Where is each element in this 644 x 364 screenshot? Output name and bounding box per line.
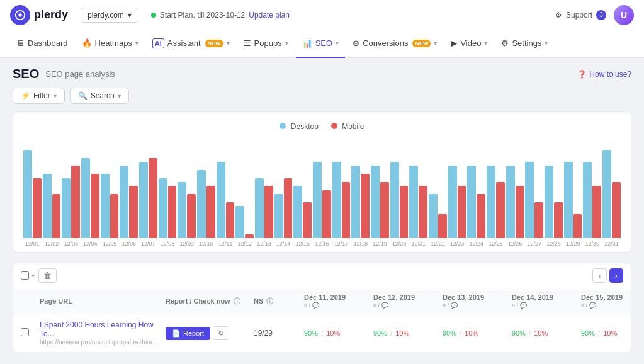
row-date-1: 90% / 10% [304, 329, 373, 337]
nav-item-popups[interactable]: ☰ Popups ▾ [237, 30, 295, 58]
legend-mobile: Mobile [331, 122, 364, 131]
bar-mobile [380, 182, 389, 238]
chart-col [429, 194, 447, 238]
topbar-right: ⚙ Support 3 U [555, 5, 634, 25]
chevron-down-icon: ▾ [434, 40, 437, 47]
col-ns-header: NS ⓘ [254, 297, 304, 306]
chart-x-label: 12/12 [235, 241, 254, 247]
chevron-down-icon: ▾ [484, 40, 487, 47]
support-gear-icon: ⚙ [555, 11, 562, 20]
chart-col [506, 166, 524, 238]
chevron-down-icon: ▾ [545, 40, 548, 47]
col-date-1: Dec 11, 2019 0 / 💬 [304, 293, 373, 309]
chart-x-label: 12/20 [390, 241, 409, 247]
bar-desktop [62, 178, 71, 238]
bar-desktop [217, 162, 225, 238]
chevron-down-icon: ▾ [227, 40, 230, 47]
bar-mobile [52, 194, 61, 238]
bar-mobile [400, 186, 409, 238]
nav-item-video[interactable]: ▶ Video ▾ [444, 30, 494, 58]
domain-value: plerdy.com [88, 11, 124, 20]
nav-item-seo[interactable]: 📊 SEO ▾ [296, 30, 345, 58]
col-date-2: Dec 12, 2019 0 / 💬 [373, 293, 443, 309]
bar-desktop [429, 194, 438, 238]
row-checkbox[interactable] [21, 328, 29, 336]
how-to-use-link[interactable]: ❓ How to use? [577, 70, 631, 79]
chart-x-label: 12/09 [178, 241, 196, 247]
avatar[interactable]: U [614, 5, 634, 25]
table-toolbar: ▾ 🗑 ‹ › [13, 263, 631, 288]
chart-x-label: 12/31 [602, 241, 621, 247]
report-label: Report [183, 329, 204, 337]
chart-col [43, 174, 61, 238]
bar-desktop [313, 162, 322, 238]
checkbox-chevron[interactable]: ▾ [31, 272, 35, 279]
bar-desktop [564, 162, 573, 238]
next-page-button[interactable]: › [609, 268, 623, 283]
bar-desktop [583, 162, 592, 238]
chart-col [564, 162, 582, 238]
chevron-down-icon: ▾ [118, 93, 121, 100]
bar-desktop [293, 186, 302, 238]
bar-desktop [235, 206, 244, 238]
bar-mobile [264, 186, 273, 238]
chart-col [62, 166, 80, 238]
bar-desktop [525, 162, 534, 238]
bar-desktop [545, 166, 553, 238]
delete-button[interactable]: 🗑 [38, 268, 57, 283]
how-to-use-label: How to use? [589, 70, 631, 79]
topbar: plerdy plerdy.com ▾ Start Plan, till 202… [0, 0, 644, 30]
prev-page-button[interactable]: ‹ [592, 268, 606, 283]
conversions-new-badge: NEW [412, 40, 431, 47]
search-button[interactable]: 🔍 Search ▾ [70, 88, 129, 104]
video-icon: ▶ [451, 38, 457, 48]
desktop-legend-dot [280, 123, 286, 129]
chart-col [235, 206, 254, 238]
bar-mobile [226, 202, 235, 238]
row-report-cell: 📄 Report ↻ [166, 326, 254, 340]
chart-col [448, 166, 466, 238]
filter-button[interactable]: ⚡ Filter ▾ [13, 88, 65, 104]
col-url-header: Page URL [40, 297, 166, 305]
chart-x-label: 12/07 [139, 241, 157, 247]
row-url-sub: https://novena.pro/novosti/propal-rezhim… [40, 339, 166, 346]
chart-x-label: 12/15 [293, 241, 312, 247]
nav-item-conversions[interactable]: ⊛ Conversions NEW ▾ [346, 30, 443, 58]
chart-x-label: 12/29 [564, 241, 582, 247]
nav-item-settings[interactable]: ⚙ Settings ▾ [495, 30, 554, 58]
info-icon-ns: ⓘ [266, 297, 273, 305]
chart-x-label: 12/10 [197, 241, 215, 247]
bar-desktop [390, 162, 399, 238]
page-title-area: SEO SEO page analysis [13, 67, 115, 81]
bar-mobile [612, 182, 621, 238]
bar-desktop [602, 150, 611, 238]
nav-item-assistant[interactable]: AI Assistant NEW ▾ [146, 30, 236, 58]
domain-selector[interactable]: plerdy.com ▾ [81, 8, 138, 23]
chart-x-label: 12/06 [120, 241, 138, 247]
col-date-5: Dec 15, 2019 0 / 💬 [581, 293, 631, 309]
chart-col [351, 166, 370, 238]
select-all-checkbox-wrap: ▾ [21, 271, 35, 280]
update-plan-link[interactable]: Update plan [249, 11, 290, 20]
bar-mobile [91, 174, 99, 238]
refresh-button[interactable]: ↻ [213, 326, 229, 340]
assistant-new-badge: NEW [205, 40, 223, 47]
nav-item-dashboard[interactable]: 🖥 Dashboard [10, 30, 74, 58]
bar-desktop [159, 178, 167, 238]
nav-label-heatmaps: Heatmaps [95, 38, 132, 48]
table-row: I Spent 2000 Hours Learning How To... ht… [13, 314, 631, 353]
select-all-checkbox[interactable] [21, 271, 29, 280]
bar-desktop [255, 178, 264, 238]
row-url-link[interactable]: I Spent 2000 Hours Learning How To... [40, 321, 166, 338]
dashboard-icon: 🖥 [16, 38, 25, 48]
bar-mobile [168, 186, 177, 238]
report-button[interactable]: 📄 Report [166, 327, 210, 340]
chart-col [409, 166, 427, 238]
support-button[interactable]: ⚙ Support 3 [555, 10, 606, 20]
conversions-icon: ⊛ [353, 38, 359, 48]
chart-col [217, 162, 235, 238]
chart-x-label: 12/17 [332, 241, 351, 247]
chart-legend: Desktop Mobile [23, 122, 621, 131]
nav-item-heatmaps[interactable]: 🔥 Heatmaps ▾ [76, 30, 145, 58]
row-date-3: 90% / 10% [443, 329, 512, 337]
